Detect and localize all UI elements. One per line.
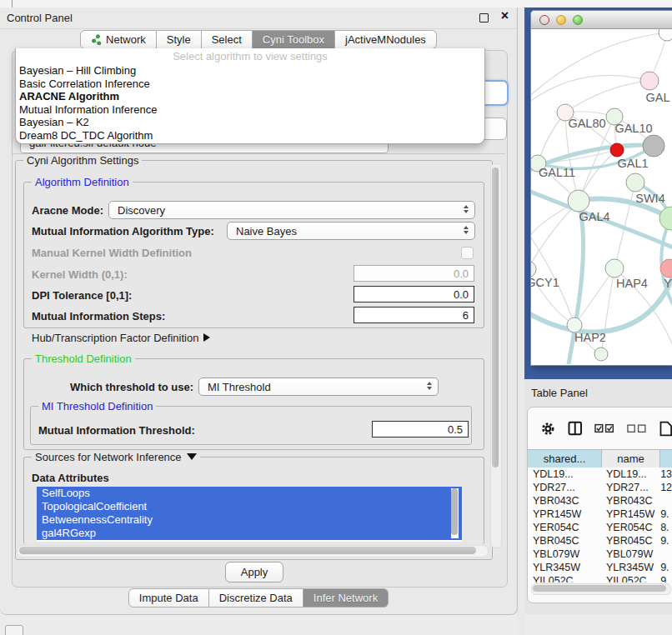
mi-steps-field[interactable]: 6 — [354, 307, 474, 323]
gear-icon[interactable] — [541, 422, 555, 436]
table-panel-region: Table Panel — [524, 379, 672, 614]
algorithm-option[interactable]: Basic Correlation Inference — [16, 78, 484, 91]
settings-horizontal-scrollbar[interactable] — [17, 545, 489, 558]
aracne-mode-label: Aracne Mode: — [32, 204, 103, 217]
tab-network[interactable]: Network — [80, 30, 157, 49]
table-cell: YLR345W — [528, 561, 601, 574]
close-icon[interactable]: × — [501, 8, 509, 23]
dpi-tolerance-field[interactable]: 0.0 — [354, 286, 474, 302]
network-graph[interactable]: GALGAL80GAL10GAL1GAL11SWI4GAL4GCY1HAP4YH… — [531, 29, 672, 364]
table-row[interactable]: YER054CYER054C8. — [528, 521, 672, 534]
table-cell: 9. — [659, 534, 672, 548]
which-threshold-combo[interactable]: MI Threshold — [198, 378, 439, 396]
kernel-width-field[interactable]: 0.0 — [354, 265, 474, 282]
table-row[interactable]: YLR345WYLR345W9. — [528, 561, 672, 574]
table-row[interactable]: YBR045CYBR045C9. — [528, 534, 672, 548]
network-canvas[interactable]: GALGAL80GAL10GAL1GAL11SWI4GAL4GCY1HAP4YH… — [531, 29, 672, 364]
network-node[interactable] — [643, 135, 664, 157]
scrollbar-thumb[interactable] — [19, 547, 476, 554]
checked-boxes-icon[interactable] — [594, 422, 614, 434]
network-node[interactable] — [605, 259, 624, 278]
tab-cyni-toolbox[interactable]: Cyni Toolbox — [253, 30, 335, 49]
unchecked-boxes-icon[interactable] — [627, 422, 647, 434]
network-icon — [91, 34, 102, 45]
table-card: shared... name YDL19...YDL19...13YDR27..… — [527, 407, 672, 603]
attribute-item[interactable]: gal4RGexp — [37, 527, 462, 540]
network-node[interactable] — [594, 348, 608, 361]
which-threshold-label: Which threshold to use: — [70, 381, 193, 393]
network-edge[interactable] — [565, 81, 649, 112]
network-node[interactable] — [640, 72, 659, 90]
manual-kernel-checkbox[interactable] — [461, 247, 474, 259]
tab-jactivemnodules[interactable]: jActiveMNodules — [335, 30, 437, 49]
document-icon[interactable] — [659, 421, 672, 437]
attribute-item[interactable]: TopologicalCoefficient — [37, 500, 462, 513]
table-horizontal-scrollbar[interactable] — [531, 583, 671, 595]
sources-toggle[interactable]: Sources for Network Inference — [32, 451, 200, 463]
scrollbar-thumb[interactable] — [533, 585, 666, 592]
minimized-panel-icon[interactable] — [5, 625, 23, 635]
table-row[interactable]: YBL079WYBL079W — [528, 548, 672, 561]
tab-label: Discretize Data — [219, 589, 293, 607]
attribute-item[interactable]: SelfLoops — [37, 487, 462, 500]
network-node[interactable] — [659, 207, 672, 230]
network-node[interactable] — [610, 143, 624, 157]
close-traffic-light-icon[interactable] — [539, 15, 549, 25]
table-cell: YLR345W — [601, 561, 659, 574]
aracne-mode-combo[interactable]: Discovery — [108, 201, 475, 219]
tab-impute-data[interactable]: Impute Data — [128, 588, 209, 608]
hub-definition-toggle[interactable]: Hub/Transcription Factor Definition — [32, 332, 210, 344]
network-node[interactable] — [531, 261, 536, 278]
algorithm-option[interactable]: Mutual Information Inference — [16, 103, 484, 117]
network-node[interactable] — [626, 173, 644, 192]
network-node-label: HAP2 — [574, 331, 606, 344]
table-row[interactable]: YPR145WYPR145W9. — [528, 508, 672, 521]
tab-label: Network — [106, 31, 146, 48]
table-row[interactable]: YDL19...YDL19...13 — [528, 468, 672, 481]
group-title: Threshold Definition — [32, 352, 135, 365]
table-row[interactable]: YIL052CYIL052C9 — [528, 574, 672, 582]
network-node-label: Y — [664, 277, 672, 290]
column-header-partial[interactable] — [660, 450, 672, 468]
table-row[interactable]: YDR27...YDR27...12 — [528, 481, 672, 494]
algorithm-option[interactable]: Bayesian – K2 — [16, 116, 484, 129]
algorithm-dropdown-popup: Select algorithm to view settings Bayesi… — [15, 48, 485, 144]
column-header-shared-name[interactable]: shared... — [528, 450, 602, 468]
control-panel-titlebar: Control Panel × — [0, 8, 517, 29]
attribute-item[interactable]: BetweennessCentrality — [37, 513, 462, 527]
table-cell: YBL079W — [601, 548, 659, 561]
attributes-scrollbar[interactable] — [451, 488, 459, 538]
algorithm-option-list: Bayesian – Hill ClimbingBasic Correlatio… — [16, 64, 484, 142]
network-node-label: GAL11 — [539, 166, 575, 179]
table-row[interactable]: YBR043CYBR043C — [528, 494, 672, 508]
tab-discretize-data[interactable]: Discretize Data — [209, 588, 303, 608]
network-edge[interactable] — [531, 201, 579, 269]
tab-infer-network[interactable]: Infer Network — [303, 588, 389, 608]
split-columns-icon[interactable] — [568, 421, 582, 436]
mi-threshold-field[interactable]: 0.5 — [372, 421, 469, 438]
table-cell: 8. — [659, 521, 672, 534]
table-cell: YBL079W — [528, 548, 601, 561]
settings-vertical-scrollbar[interactable] — [490, 163, 502, 548]
network-node[interactable] — [568, 190, 589, 212]
tab-style[interactable]: Style — [157, 30, 202, 49]
column-header-name[interactable]: name — [602, 450, 660, 468]
algorithm-option[interactable]: Bayesian – Hill Climbing — [16, 64, 484, 78]
scrollbar-thumb[interactable] — [492, 168, 499, 468]
table-cell — [659, 494, 672, 508]
table-cell: YBR045C — [601, 534, 659, 548]
network-window-titlebar[interactable] — [531, 11, 672, 29]
mi-type-combo[interactable]: Naive Bayes — [227, 222, 475, 240]
kernel-width-label: Kernel Width (0,1): — [32, 268, 128, 281]
spinner-arrows-icon — [427, 382, 432, 390]
scrollbar-thumb[interactable] — [451, 488, 458, 535]
minimize-traffic-light-icon[interactable] — [556, 15, 566, 25]
algorithm-option[interactable]: Dream8 DC_TDC Algorithm — [16, 129, 484, 142]
zoom-traffic-light-icon[interactable] — [573, 15, 583, 25]
network-node[interactable] — [659, 29, 672, 41]
apply-button[interactable]: Apply — [225, 562, 283, 582]
tab-select[interactable]: Select — [202, 30, 253, 49]
algorithm-option[interactable]: ARACNE Algorithm — [16, 90, 484, 103]
float-window-icon[interactable] — [479, 13, 489, 22]
table-cell: YIL052C — [528, 574, 601, 582]
